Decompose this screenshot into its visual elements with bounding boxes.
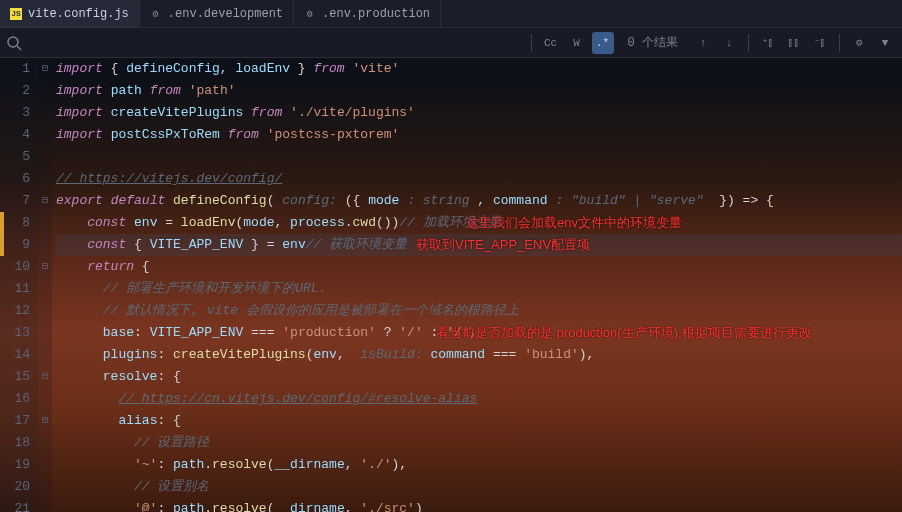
regex-button[interactable]: .* bbox=[592, 32, 614, 54]
code-area[interactable]: import { defineConfig, loadEnv } from 'v… bbox=[52, 58, 902, 512]
fold-marker[interactable]: ⊟ bbox=[38, 190, 52, 212]
settings-icon[interactable]: ⚙ bbox=[848, 32, 870, 54]
js-icon: JS bbox=[10, 8, 22, 20]
next-match-button[interactable]: ↓ bbox=[718, 32, 740, 54]
separator bbox=[748, 34, 749, 52]
filter-icon[interactable]: ▼ bbox=[874, 32, 896, 54]
fold-marker[interactable]: ⊟ bbox=[38, 410, 52, 432]
select-all-button[interactable]: ⫿⫿ bbox=[783, 32, 805, 54]
gear-icon: ⚙ bbox=[304, 8, 316, 20]
fold-marker[interactable]: ⊟ bbox=[38, 366, 52, 388]
annotation: 看当前是否加载的是 production(生产环境),根据项目需要进行更改 bbox=[436, 322, 812, 344]
fold-marker[interactable]: ⊟ bbox=[38, 58, 52, 80]
tab-label: .env.development bbox=[168, 7, 283, 21]
editor[interactable]: 12345678910111213141516171819202122 ⊟⊟⊟⊟… bbox=[0, 58, 902, 512]
annotation: 获取到VITE_APP_ENV配置项 bbox=[416, 234, 590, 256]
tab-label: .env.production bbox=[322, 7, 430, 21]
find-bar: Cc W .* 0 个结果 ↑ ↓ ⁺⫿ ⫿⫿ ⁻⫿ ⚙ ▼ bbox=[0, 28, 902, 58]
separator bbox=[531, 34, 532, 52]
tab-label: vite.config.js bbox=[28, 7, 129, 21]
add-selection-button[interactable]: ⁺⫿ bbox=[757, 32, 779, 54]
separator bbox=[839, 34, 840, 52]
fold-marker[interactable]: ⊟ bbox=[38, 256, 52, 278]
svg-point-0 bbox=[8, 37, 18, 47]
match-case-button[interactable]: Cc bbox=[540, 32, 562, 54]
tab-bar: JS vite.config.js ⚙ .env.development ⚙ .… bbox=[0, 0, 902, 28]
tab-env-production[interactable]: ⚙ .env.production bbox=[294, 0, 441, 27]
change-marker bbox=[0, 234, 4, 256]
tab-vite-config[interactable]: JS vite.config.js bbox=[0, 0, 140, 27]
whole-word-button[interactable]: W bbox=[566, 32, 588, 54]
line-gutter: 12345678910111213141516171819202122 bbox=[0, 58, 38, 512]
annotation: 这里我们会加载env文件中的环境变量 bbox=[466, 212, 682, 234]
gear-icon: ⚙ bbox=[150, 8, 162, 20]
change-marker bbox=[0, 212, 4, 234]
remove-selection-button[interactable]: ⁻⫿ bbox=[809, 32, 831, 54]
search-icon bbox=[6, 35, 22, 51]
result-count: 0 个结果 bbox=[618, 34, 688, 51]
fold-column: ⊟⊟⊟⊟⊟ bbox=[38, 58, 52, 512]
prev-match-button[interactable]: ↑ bbox=[692, 32, 714, 54]
find-input[interactable] bbox=[26, 34, 527, 52]
tab-env-development[interactable]: ⚙ .env.development bbox=[140, 0, 294, 27]
